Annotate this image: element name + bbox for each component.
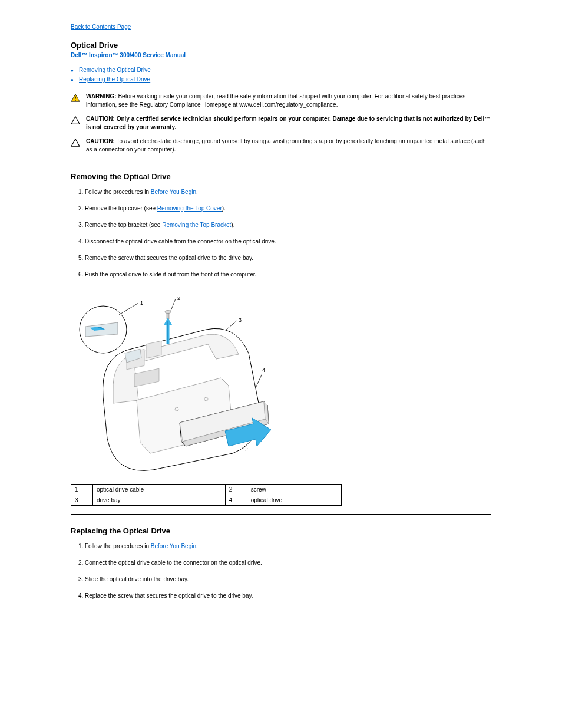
replace-steps: Follow the procedures in Before You Begi… [71,542,491,600]
step-3: Slide the optical drive into the drive b… [85,575,491,584]
warning-notice: WARNING: Before working inside your comp… [71,93,491,109]
svg-text:3: 3 [239,317,242,323]
step-3: Remove the top bracket (see Removing the… [85,221,491,229]
remove-steps: Follow the procedures in Before You Begi… [71,188,491,279]
svg-text:2: 2 [177,295,180,301]
table-row: 3 drive bay 4 optical drive [71,495,342,506]
caution-text-2: To avoid electrostatic discharge, ground… [86,138,486,153]
svg-rect-0 [75,97,76,99]
part-label: drive bay [93,495,226,506]
exploded-diagram: 1 2 3 4 [71,288,271,478]
manual-subtitle: Dell™ Inspiron™ 300/400 Service Manual [71,52,491,58]
section-heading-remove: Removing the Optical Drive [71,172,491,181]
warning-label: WARNING: [86,93,117,100]
caution-icon [71,139,80,149]
caution-label-2: CAUTION: [86,138,115,144]
caution-notice-1: CAUTION: Only a certified service techni… [71,115,491,131]
svg-rect-1 [75,100,76,101]
table-row: 1 optical drive cable 2 screw [71,485,342,495]
warning-text: Before working inside your computer, rea… [86,93,465,108]
step-4: Replace the screw that secures the optic… [85,592,491,600]
part-label: screw [247,485,341,495]
caution-text-1a: Only a certified service technician shou… [117,116,491,122]
step-2: Remove the top cover (see Removing the T… [85,205,491,213]
svg-text:4: 4 [262,367,265,373]
section-heading-replace: Replacing the Optical Drive [71,526,491,535]
toc-bullets: Removing the Optical Drive Replacing the… [71,65,491,84]
page-title: Optical Drive [71,41,491,50]
toc-link-remove[interactable]: Removing the Optical Drive [79,67,151,73]
svg-text:1: 1 [140,300,143,306]
caution-text-1b: is not covered by your warranty. [86,124,176,130]
part-num: 4 [225,495,247,506]
caution-notice-2: CAUTION: To avoid electrostatic discharg… [71,137,491,154]
caution-label-1: CAUTION: [86,116,115,122]
link-before-you-begin[interactable]: Before You Begin [151,543,196,549]
step-4: Disconnect the optical drive cable from … [85,238,491,246]
svg-point-17 [165,311,171,314]
link-removing-top-bracket[interactable]: Removing the Top Bracket [162,222,231,228]
step-2: Connect the optical drive cable to the c… [85,559,491,567]
divider [71,160,491,160]
parts-table: 1 optical drive cable 2 screw 3 drive ba… [71,484,342,506]
step-1: Follow the procedures in Before You Begi… [85,542,491,551]
step-1: Follow the procedures in Before You Begi… [85,188,491,196]
part-num: 3 [71,495,93,506]
back-to-contents-link[interactable]: Back to Contents Page [71,24,131,30]
divider [71,514,491,515]
link-removing-top-cover[interactable]: Removing the Top Cover [157,205,222,212]
part-num: 1 [71,485,93,495]
part-label: optical drive cable [93,485,226,495]
svg-line-3 [119,303,138,315]
step-5: Remove the screw that secures the optica… [85,254,491,262]
part-label: optical drive [247,495,341,506]
svg-line-5 [171,299,176,311]
caution-icon [71,116,80,127]
svg-point-18 [244,447,247,450]
toc-link-replace[interactable]: Replacing the Optical Drive [79,76,150,83]
step-6: Push the optical drive to slide it out f… [85,271,491,279]
link-before-you-begin[interactable]: Before You Begin [151,189,196,195]
part-num: 2 [225,485,247,495]
warning-icon [71,94,80,104]
